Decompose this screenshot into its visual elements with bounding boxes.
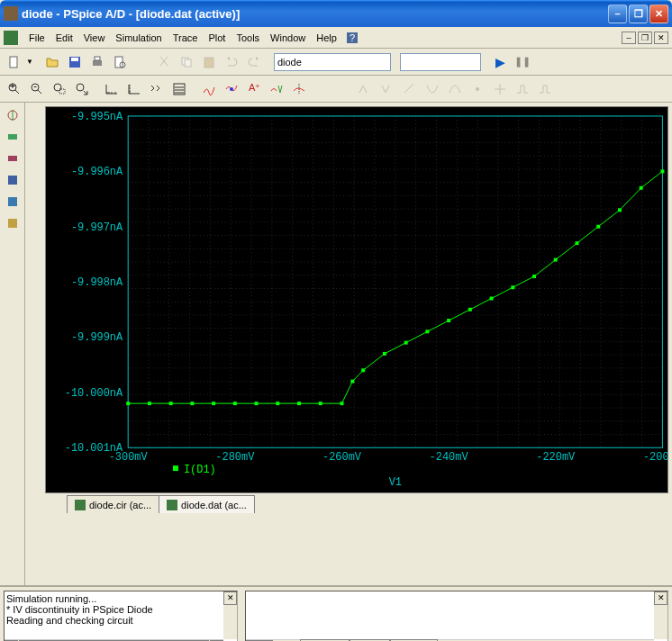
svg-text:+: +	[9, 82, 14, 91]
menu-file[interactable]: File	[23, 31, 50, 45]
tab-diode-dat[interactable]: diode.dat (ac...	[159, 495, 255, 513]
marker-w-icon[interactable]	[4, 149, 22, 167]
log-x-button[interactable]	[101, 79, 122, 99]
cursor-slope-button	[399, 79, 420, 99]
svg-rect-2	[10, 57, 17, 68]
menu-view[interactable]: View	[78, 31, 111, 45]
paste-button	[199, 52, 220, 72]
svg-rect-120	[468, 308, 472, 311]
print-preview-button[interactable]	[110, 52, 131, 72]
copy-button	[177, 52, 197, 72]
print-button[interactable]	[87, 52, 108, 72]
perf-button[interactable]	[168, 79, 189, 99]
text-label-button[interactable]: A⁺B	[243, 79, 264, 99]
menu-tools[interactable]: Tools	[231, 31, 265, 45]
log-y-button[interactable]	[123, 79, 144, 99]
file-icon	[75, 500, 86, 510]
mdi-restore[interactable]: ❐	[638, 32, 652, 44]
tab-label: diode.cir (ac...	[89, 500, 151, 510]
svg-rect-29	[8, 156, 17, 161]
svg-rect-104	[148, 402, 151, 405]
cursor-search-button	[489, 79, 510, 99]
close-button[interactable]: ✕	[649, 5, 668, 23]
marker-adv-icon[interactable]	[4, 214, 22, 232]
svg-rect-6	[95, 57, 100, 60]
marker-dev-icon[interactable]	[4, 171, 22, 189]
zoom-out-button[interactable]: -	[26, 79, 47, 99]
menu-help[interactable]: Help	[311, 31, 342, 45]
zoom-area-button[interactable]	[49, 79, 69, 99]
svg-text:-300mV: -300mV	[109, 451, 149, 464]
pane-close-button[interactable]: ✕	[223, 591, 237, 605]
svg-point-22	[230, 87, 233, 91]
cursor-prev-tran-button	[534, 79, 555, 99]
toggle-cursor-button[interactable]	[288, 79, 309, 99]
fft-button[interactable]	[146, 79, 167, 99]
menu-edit[interactable]: Edit	[50, 31, 78, 45]
mdi-minimize[interactable]: –	[622, 32, 636, 44]
new-button[interactable]	[4, 52, 24, 72]
svg-rect-122	[511, 285, 514, 289]
side-toolbar	[0, 103, 25, 585]
document-tabs: diode.cir (ac... diode.dat (ac...	[45, 493, 668, 513]
svg-rect-103	[126, 402, 130, 405]
cursor-next-tran-button	[512, 79, 532, 99]
svg-rect-112	[319, 402, 322, 405]
menu-window[interactable]: Window	[265, 31, 311, 45]
svg-text:-280mV: -280mV	[215, 451, 255, 464]
svg-rect-31	[8, 197, 17, 206]
svg-rect-10	[185, 59, 191, 67]
svg-text:?: ?	[350, 32, 355, 43]
svg-rect-101	[173, 465, 178, 471]
svg-text:-9.999nA: -9.999nA	[71, 331, 123, 344]
svg-text:-10.000nA: -10.000nA	[65, 387, 123, 400]
add-trace-button[interactable]	[198, 79, 219, 99]
msg-line: Simulation running...	[6, 593, 235, 604]
eval-button[interactable]	[221, 79, 241, 99]
svg-rect-5	[93, 60, 102, 66]
scroll-vertical[interactable]	[654, 605, 667, 639]
menu-trace[interactable]: Trace	[168, 31, 204, 45]
scroll-vertical[interactable]	[223, 605, 237, 639]
svg-rect-127	[618, 208, 622, 212]
toolbar-main: ▼ ▶ ❚❚	[0, 49, 672, 76]
zoom-fit-button[interactable]	[71, 79, 92, 99]
message-pane: ✕ Simulation running... * IV discontinui…	[4, 591, 238, 641]
svg-line-16	[38, 90, 41, 94]
maximize-button[interactable]: ❐	[629, 5, 648, 23]
svg-rect-114	[350, 380, 354, 384]
menu-plot[interactable]: Plot	[203, 31, 231, 45]
svg-rect-111	[297, 402, 301, 405]
svg-rect-117	[404, 341, 408, 345]
svg-text:V1: V1	[389, 476, 402, 489]
save-button[interactable]	[65, 52, 86, 72]
tab-diode-cir[interactable]: diode.cir (ac...	[67, 495, 159, 513]
run-input[interactable]	[400, 53, 481, 71]
zoom-in-button[interactable]: +	[4, 79, 24, 99]
run-button[interactable]: ▶	[490, 52, 511, 72]
marker-v-icon[interactable]	[4, 106, 22, 124]
svg-rect-129	[660, 169, 664, 173]
svg-rect-11	[204, 58, 213, 68]
plot-canvas[interactable]: -9.995nA-9.996nA-9.997nA-9.998nA-9.999nA…	[45, 106, 668, 493]
mark-data-button[interactable]	[266, 79, 286, 99]
marker-net-icon[interactable]	[4, 193, 22, 211]
menu-simulation[interactable]: Simulation	[110, 31, 167, 45]
redo-button	[244, 52, 265, 72]
undo-button	[222, 52, 242, 72]
svg-text:-220mV: -220mV	[536, 451, 576, 464]
mdi-close[interactable]: ✕	[654, 32, 668, 44]
svg-text:-240mV: -240mV	[430, 451, 469, 464]
svg-text:-9.995nA: -9.995nA	[71, 111, 123, 123]
simulation-name-input[interactable]	[274, 53, 391, 71]
svg-rect-30	[8, 176, 17, 185]
open-button[interactable]	[42, 52, 63, 72]
marker-i-icon[interactable]	[4, 128, 22, 146]
minimize-button[interactable]: –	[608, 5, 627, 23]
svg-rect-126	[596, 225, 600, 229]
pane-close-button[interactable]: ✕	[654, 591, 667, 605]
cursor-point-button	[467, 79, 487, 99]
svg-rect-116	[383, 352, 386, 356]
help-icon[interactable]: ?	[342, 28, 363, 48]
svg-point-20	[77, 84, 84, 91]
